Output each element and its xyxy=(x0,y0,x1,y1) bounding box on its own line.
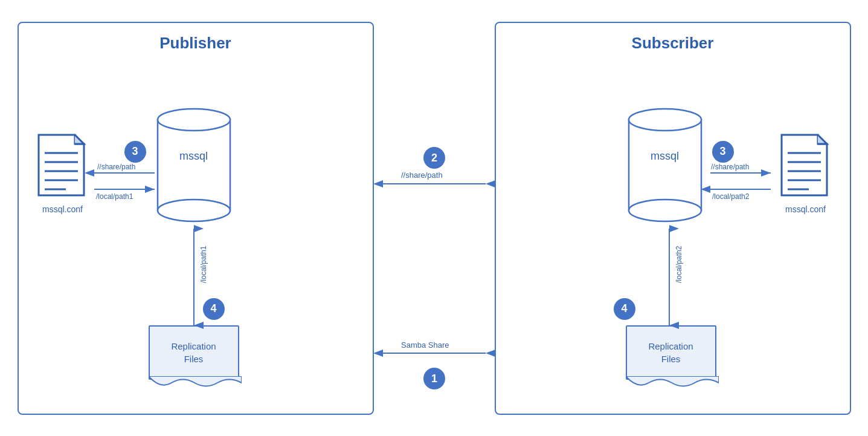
svg-text:/local/path2: /local/path2 xyxy=(675,246,683,283)
svg-text:/local/path1: /local/path1 xyxy=(199,246,208,283)
svg-point-7 xyxy=(158,200,230,221)
subscriber-doc-container: mssql.conf xyxy=(779,132,833,214)
subscriber-rep-wave xyxy=(626,376,719,389)
subscriber-db-label: mssql xyxy=(623,150,707,163)
svg-point-31 xyxy=(629,200,701,221)
publisher-db-container: mssql xyxy=(152,102,236,225)
svg-text:Samba Share: Samba Share xyxy=(401,340,449,350)
subscriber-doc-label: mssql.conf xyxy=(779,204,833,214)
svg-text:1: 1 xyxy=(431,373,437,385)
diagram: Publisher mssql.conf xyxy=(18,10,851,427)
svg-point-8 xyxy=(158,109,230,131)
subscriber-rep-files: ReplicationFiles xyxy=(626,325,716,380)
subscriber-db-container: mssql xyxy=(623,102,707,225)
publisher-badge-3: 3 xyxy=(124,141,146,163)
publisher-doc-label: mssql.conf xyxy=(36,204,90,214)
main-container: Publisher mssql.conf xyxy=(0,0,868,436)
publisher-db-label: mssql xyxy=(152,150,236,163)
publisher-badge-4: 4 xyxy=(203,298,225,320)
publisher-title: Publisher xyxy=(159,34,231,53)
svg-rect-30 xyxy=(629,120,701,210)
subscriber-doc-icon xyxy=(779,132,833,198)
subscriber-title: Subscriber xyxy=(632,34,714,53)
publisher-doc-container: mssql.conf xyxy=(36,132,90,214)
svg-text:/local/path1: /local/path1 xyxy=(96,192,133,201)
subscriber-badge-3: 3 xyxy=(712,141,734,163)
middle-area: //share/path 2 Samba Share 1 xyxy=(374,22,495,415)
subscriber-panel: Subscriber mssql xyxy=(495,22,851,415)
svg-text://share/path: //share/path xyxy=(97,163,135,171)
svg-text:2: 2 xyxy=(431,152,437,164)
subscriber-badge-4: 4 xyxy=(614,298,635,320)
svg-rect-6 xyxy=(158,120,230,210)
svg-text:/local/path2: /local/path2 xyxy=(712,192,750,201)
publisher-rep-files: ReplicationFiles xyxy=(149,325,239,380)
middle-arrows-svg: //share/path 2 Samba Share 1 xyxy=(374,22,495,415)
publisher-rep-wave xyxy=(149,376,242,389)
svg-text://share/path: //share/path xyxy=(711,163,749,171)
svg-text://share/path: //share/path xyxy=(401,171,443,180)
publisher-doc-icon xyxy=(36,132,90,198)
svg-point-32 xyxy=(629,109,701,131)
publisher-panel: Publisher mssql.conf xyxy=(18,22,374,415)
publisher-rep-files-label: ReplicationFiles xyxy=(171,340,216,365)
subscriber-rep-files-label: ReplicationFiles xyxy=(648,340,693,365)
